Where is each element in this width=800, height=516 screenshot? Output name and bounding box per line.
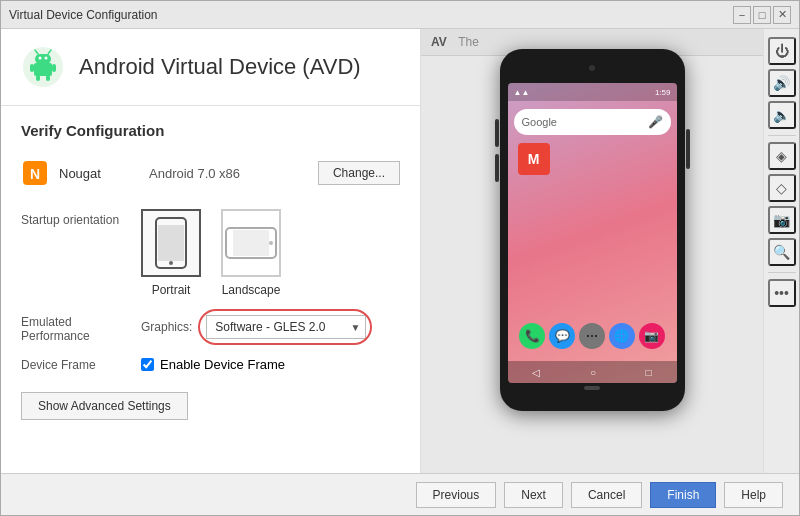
phone-camera-icon — [589, 65, 595, 71]
svg-rect-9 — [36, 75, 40, 81]
phone-dock-icon-5: 📷 — [639, 323, 665, 349]
phone-mockup: ▲▲ 1:59 Google 🎤 M 📞 — [492, 49, 692, 411]
device-frame-checkbox[interactable] — [141, 358, 154, 371]
next-button[interactable]: Next — [504, 482, 563, 508]
mic-icon: 🎤 — [648, 115, 663, 129]
svg-point-18 — [269, 241, 273, 245]
avd-title: Android Virtual Device (AVD) — [79, 54, 361, 80]
title-bar-left: Virtual Device Configuration — [9, 8, 158, 22]
landscape-icon[interactable] — [221, 209, 281, 277]
recents-nav-icon: □ — [646, 367, 652, 378]
minimize-button[interactable]: − — [733, 6, 751, 24]
volume-up-toolbar-button[interactable]: 🔊 — [768, 69, 796, 97]
phone-time: 1:59 — [655, 88, 671, 97]
google-search-text: Google — [522, 116, 557, 128]
content-area: Android Virtual Device (AVD) Verify Conf… — [1, 29, 799, 473]
svg-rect-7 — [30, 64, 34, 72]
right-toolbar: ⏻ 🔊 🔈 ◈ ◇ 📷 🔍 ••• — [763, 29, 799, 473]
main-window: Virtual Device Configuration − □ ✕ — [0, 0, 800, 516]
device-name: Nougat — [59, 166, 139, 181]
left-panel: Android Virtual Device (AVD) Verify Conf… — [1, 29, 421, 473]
previous-button[interactable]: Previous — [416, 482, 497, 508]
portrait-icon[interactable] — [141, 209, 201, 277]
svg-rect-10 — [46, 75, 50, 81]
phone-screen: ▲▲ 1:59 Google 🎤 M 📞 — [508, 83, 677, 383]
svg-rect-17 — [233, 230, 269, 256]
toolbar-separator-1 — [768, 135, 796, 136]
verify-section: Verify Configuration N Nougat Android 7.… — [1, 106, 420, 473]
svg-text:N: N — [30, 166, 40, 182]
shake-toolbar-button[interactable]: ◇ — [768, 174, 796, 202]
portrait-phone-icon — [153, 217, 189, 269]
svg-point-3 — [39, 57, 42, 60]
android-logo-icon — [21, 45, 65, 89]
emulated-label: Emulated Performance — [21, 311, 141, 343]
svg-rect-14 — [158, 225, 184, 261]
phone-nav-bar: ◁ ○ □ — [508, 361, 677, 383]
portrait-option[interactable]: Portrait — [141, 209, 201, 297]
phone-top-bar — [508, 65, 677, 77]
home-nav-icon: ○ — [590, 367, 596, 378]
phone-frame: ▲▲ 1:59 Google 🎤 M 📞 — [500, 49, 685, 411]
device-system: Android 7.0 x86 — [149, 166, 308, 181]
rotate-toolbar-button[interactable]: ◈ — [768, 142, 796, 170]
bottom-bar: Previous Next Cancel Finish Help — [1, 473, 799, 515]
maximize-button[interactable]: □ — [753, 6, 771, 24]
startup-label: Startup orientation — [21, 209, 141, 227]
toolbar-separator-2 — [768, 272, 796, 273]
cancel-button[interactable]: Cancel — [571, 482, 642, 508]
change-button[interactable]: Change... — [318, 161, 400, 185]
svg-rect-1 — [34, 63, 52, 76]
phone-dock-icon-1: 📞 — [519, 323, 545, 349]
landscape-label: Landscape — [222, 283, 281, 297]
volume-down-toolbar-button[interactable]: 🔈 — [768, 101, 796, 129]
advanced-settings-button[interactable]: Show Advanced Settings — [21, 392, 188, 420]
phone-area: AV The ▲▲ 1:59 — [421, 29, 763, 473]
device-frame-row: Device Frame Enable Device Frame — [21, 357, 400, 372]
orientation-options: Portrait Landscape — [141, 209, 400, 297]
emulated-performance-row: Emulated Performance Graphics: Software … — [21, 311, 400, 343]
dock-bar: 📞 💬 ⋯ 🌐 📷 — [508, 319, 677, 353]
phone-status-bar: ▲▲ 1:59 — [508, 83, 677, 101]
landscape-phone-icon — [225, 225, 277, 261]
more-toolbar-button[interactable]: ••• — [768, 279, 796, 307]
phone-dock-icon-2: 💬 — [549, 323, 575, 349]
emulated-value: Graphics: Software - GLES 2.0 Hardware -… — [141, 315, 366, 339]
device-row: N Nougat Android 7.0 x86 Change... — [21, 153, 400, 193]
finish-button[interactable]: Finish — [650, 482, 716, 508]
phone-network-icon: ▲▲ — [514, 88, 530, 97]
nougat-icon: N — [21, 159, 49, 187]
startup-orientation-row: Startup orientation — [21, 209, 400, 297]
graphics-label: Graphics: — [141, 320, 192, 334]
title-bar: Virtual Device Configuration − □ ✕ — [1, 1, 799, 29]
power-button-icon — [686, 129, 690, 169]
phone-search-bar: Google 🎤 — [514, 109, 671, 135]
window-title: Virtual Device Configuration — [9, 8, 158, 22]
svg-point-4 — [45, 57, 48, 60]
power-toolbar-button[interactable]: ⏻ — [768, 37, 796, 65]
av-tab-label: AV — [431, 35, 447, 49]
startup-value: Portrait Landscape — [141, 209, 400, 297]
help-button[interactable]: Help — [724, 482, 783, 508]
device-frame-checkbox-wrap: Enable Device Frame — [141, 357, 285, 372]
landscape-option[interactable]: Landscape — [221, 209, 281, 297]
phone-bottom-bar — [508, 383, 677, 393]
volume-up-button-icon — [495, 119, 499, 147]
phone-dock-icon-4: 🌐 — [609, 323, 635, 349]
phone-dock-icon-3: ⋯ — [579, 323, 605, 349]
av-tab-desc: The — [458, 35, 479, 49]
device-frame-checkbox-label: Enable Device Frame — [160, 357, 285, 372]
screenshot-toolbar-button[interactable]: 📷 — [768, 206, 796, 234]
zoom-toolbar-button[interactable]: 🔍 — [768, 238, 796, 266]
volume-down-button-icon — [495, 154, 499, 182]
close-button[interactable]: ✕ — [773, 6, 791, 24]
phone-home-dot — [584, 386, 600, 390]
svg-rect-8 — [52, 64, 56, 72]
graphics-select-wrap: Software - GLES 2.0 Hardware - GLES 2.0 … — [206, 315, 366, 339]
device-frame-label: Device Frame — [21, 358, 141, 372]
avd-header: Android Virtual Device (AVD) — [1, 29, 420, 106]
title-bar-controls: − □ ✕ — [733, 6, 791, 24]
svg-rect-2 — [35, 54, 51, 64]
graphics-select[interactable]: Software - GLES 2.0 Hardware - GLES 2.0 … — [206, 315, 366, 339]
svg-point-15 — [169, 261, 173, 265]
